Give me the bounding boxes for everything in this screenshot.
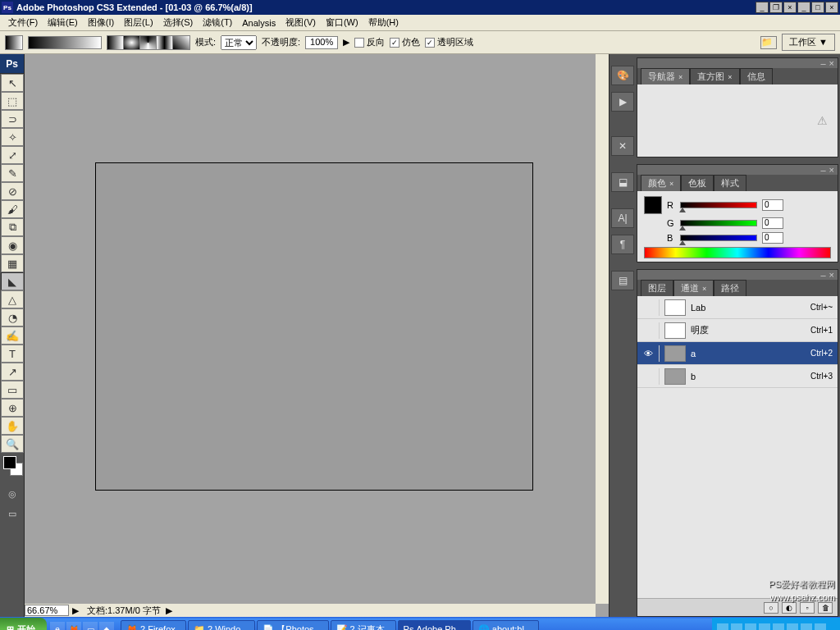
menu-view[interactable]: 视图(V) <box>281 15 321 30</box>
task-about[interactable]: 🌐about:bl… <box>472 620 539 630</box>
restore-button[interactable]: ❐ <box>769 2 783 13</box>
tool-stamp[interactable]: ⧉ <box>1 218 24 236</box>
quicklaunch-desktop-icon[interactable]: ▭ <box>83 622 98 630</box>
tab-styles[interactable]: 样式 <box>714 175 746 191</box>
tab-channels[interactable]: 通道× <box>673 280 714 296</box>
tool-preset-icon[interactable] <box>5 35 23 50</box>
zoom-input[interactable]: 66.67% <box>25 605 69 616</box>
zoom-arrow-icon[interactable]: ▶ <box>69 605 82 616</box>
channel-row-lightness[interactable]: 明度 Ctrl+1 <box>637 319 838 342</box>
menu-help[interactable]: 帮助(H) <box>363 15 404 30</box>
tool-eraser[interactable]: ▦ <box>1 254 24 272</box>
tray-icon[interactable] <box>717 623 728 630</box>
tool-lasso[interactable]: ⊃ <box>1 110 24 128</box>
visibility-toggle[interactable] <box>642 371 654 382</box>
mode-select[interactable]: 正常 <box>221 35 257 50</box>
b-input[interactable]: 0 <box>762 232 783 244</box>
dock-tool-presets-icon[interactable]: 🎨 <box>611 66 634 85</box>
tool-gradient[interactable]: ◣ <box>1 272 24 290</box>
dock-brushes-icon[interactable]: ▶ <box>611 92 634 112</box>
r-slider[interactable] <box>680 202 757 208</box>
tab-info[interactable]: 信息 <box>740 68 773 84</box>
delete-channel-icon[interactable]: 🗑 <box>818 602 833 614</box>
quicklaunch-app-icon[interactable]: ◆ <box>99 622 114 630</box>
close-mdi-button[interactable]: × <box>783 2 797 13</box>
color-spectrum[interactable] <box>644 247 831 258</box>
quick-mask-icon[interactable]: ◎ <box>0 486 24 502</box>
tool-path[interactable]: ↗ <box>1 363 24 381</box>
tray-icon[interactable] <box>801 623 812 630</box>
dock-actions-icon[interactable]: ▤ <box>611 271 634 290</box>
menu-analysis[interactable]: Analysis <box>237 16 281 30</box>
transparent-checkbox[interactable]: ✓ <box>425 38 435 48</box>
go-bridge-icon[interactable]: 📁 <box>760 36 777 49</box>
screen-mode-icon[interactable]: ▭ <box>0 505 24 522</box>
dock-layercomp-icon[interactable]: ⬓ <box>611 172 634 192</box>
menu-image[interactable]: 图像(I) <box>83 15 119 30</box>
g-input[interactable]: 0 <box>762 217 783 229</box>
app-minimize-button[interactable]: _ <box>797 2 810 13</box>
menu-filter[interactable]: 滤镜(T) <box>198 15 237 30</box>
tray-icon[interactable] <box>731 623 742 630</box>
tool-wand[interactable]: ✧ <box>1 128 24 146</box>
tool-crop[interactable]: ⤢ <box>1 146 24 164</box>
gradient-reflected[interactable] <box>157 36 173 49</box>
doc-info-arrow-icon[interactable]: ▶ <box>166 605 172 616</box>
color-swatches[interactable] <box>0 454 24 482</box>
panel-close-icon[interactable]: × <box>829 270 834 280</box>
app-close-button[interactable]: × <box>825 2 838 13</box>
tab-navigator[interactable]: 导航器× <box>641 68 690 84</box>
quicklaunch-ie-icon[interactable]: e <box>50 622 65 630</box>
visibility-toggle[interactable]: 👁 <box>642 348 654 359</box>
new-channel-icon[interactable]: ▫ <box>800 602 815 614</box>
tab-paths[interactable]: 路径 <box>714 280 746 296</box>
gradient-angular[interactable] <box>140 36 157 49</box>
panel-minimize-icon[interactable]: – <box>820 165 825 175</box>
start-button[interactable]: ⊞ 开始 <box>0 618 47 630</box>
b-slider[interactable] <box>680 235 757 241</box>
task-firefox[interactable]: 🦊2 Firefox <box>121 620 186 630</box>
panel-minimize-icon[interactable]: – <box>820 270 825 280</box>
quicklaunch-firefox-icon[interactable]: 🦊 <box>66 622 81 630</box>
menu-layer[interactable]: 图层(L) <box>119 15 158 30</box>
tray-icon[interactable] <box>773 623 784 630</box>
panel-close-icon[interactable]: × <box>829 165 834 175</box>
channel-row-b[interactable]: b Ctrl+3 <box>637 365 838 388</box>
tool-type[interactable]: T <box>1 345 24 363</box>
g-slider[interactable] <box>680 220 757 226</box>
tab-layers[interactable]: 图层 <box>641 280 673 296</box>
tool-move[interactable]: ↖ <box>1 74 24 92</box>
foreground-color-swatch[interactable] <box>3 456 16 469</box>
menu-file[interactable]: 文件(F) <box>3 15 43 30</box>
panel-close-icon[interactable]: × <box>829 58 834 68</box>
channel-row-lab[interactable]: Lab Ctrl+~ <box>637 296 838 319</box>
task-explorer[interactable]: 📁2 Windo… <box>188 620 255 630</box>
menu-select[interactable]: 选择(S) <box>158 15 199 30</box>
dither-checkbox[interactable]: ✓ <box>390 38 399 48</box>
gradient-linear[interactable] <box>107 36 124 49</box>
gradient-diamond[interactable] <box>173 36 189 49</box>
r-input[interactable]: 0 <box>762 199 783 211</box>
task-word[interactable]: 📄【Photos… <box>257 620 328 630</box>
task-notepad[interactable]: 📝2 记事本 <box>331 620 396 630</box>
tab-color[interactable]: 颜色× <box>641 175 681 191</box>
gradient-preview[interactable] <box>28 36 102 49</box>
workspace-button[interactable]: 工作区 ▼ <box>782 34 835 51</box>
tool-shape[interactable]: ▭ <box>1 381 24 399</box>
tray-icon[interactable] <box>745 623 756 630</box>
dock-clone-icon[interactable]: ✕ <box>611 136 634 156</box>
vertical-scrollbar[interactable] <box>596 54 609 604</box>
opacity-arrow-icon[interactable]: ▶ <box>343 37 349 48</box>
visibility-toggle[interactable] <box>642 325 654 336</box>
tab-swatches[interactable]: 色板 <box>681 175 714 191</box>
document-canvas[interactable] <box>95 162 533 491</box>
menu-edit[interactable]: 编辑(E) <box>43 15 83 30</box>
channel-row-a[interactable]: 👁 a Ctrl+2 <box>637 342 838 365</box>
tool-blur[interactable]: △ <box>1 290 24 308</box>
panel-foreground-swatch[interactable] <box>644 196 662 214</box>
tool-brush[interactable]: 🖌 <box>1 200 24 218</box>
tab-histogram[interactable]: 直方图× <box>690 68 739 84</box>
tool-pen[interactable]: ✍ <box>1 326 24 345</box>
save-selection-icon[interactable]: ◐ <box>782 602 797 614</box>
reverse-checkbox[interactable] <box>354 38 364 48</box>
